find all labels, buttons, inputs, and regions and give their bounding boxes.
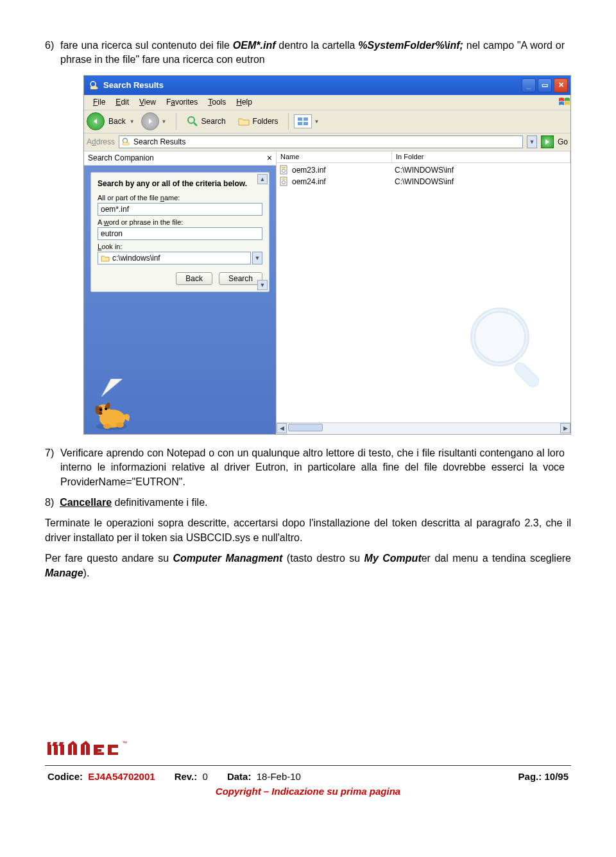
back-label: Back (108, 117, 126, 126)
panel-back-button[interactable]: Back (176, 272, 212, 285)
svg-text:™: ™ (122, 741, 127, 746)
windows-flag-icon (552, 96, 567, 108)
svg-point-18 (116, 422, 124, 428)
address-dropdown[interactable]: ▼ (527, 135, 537, 148)
svg-point-0 (90, 82, 96, 87)
terminate-paragraph-2: Per fare questo andare su Computer Manag… (45, 551, 571, 580)
address-field[interactable]: Search Results (119, 135, 523, 148)
back-dropdown[interactable]: ▼ (130, 119, 135, 125)
list-item-8: 8) Cancellare definitivamente i file. (60, 496, 571, 510)
filename-label: All or part of the file name: (98, 194, 262, 202)
views-dropdown[interactable]: ▼ (314, 119, 320, 125)
menu-bar: File Edit View Favorites Tools Help (84, 95, 570, 110)
forward-button[interactable] (141, 112, 159, 130)
list-header: Name In Folder (277, 151, 570, 163)
scroll-right-button[interactable]: ▶ (560, 423, 570, 433)
menu-favorites[interactable]: Favorites (161, 98, 203, 107)
svg-rect-38 (86, 745, 90, 755)
address-bar: Address Search Results ▼ Go (84, 134, 570, 151)
menu-tools[interactable]: Tools (203, 98, 231, 107)
col-folder-header[interactable]: In Folder (392, 151, 570, 162)
phrase-label: A word or phrase in the file: (98, 218, 262, 226)
svg-rect-5 (298, 117, 302, 121)
maximize-button[interactable]: ▭ (538, 78, 552, 92)
svg-rect-37 (81, 745, 85, 755)
scroll-thumb[interactable] (288, 424, 323, 431)
close-button[interactable]: ✕ (554, 78, 568, 92)
address-label: Address (87, 137, 115, 146)
panel-heading: Search by any or all of the criteria bel… (98, 179, 262, 189)
companion-close-button[interactable]: × (267, 153, 272, 163)
panel-scroll-down[interactable]: ▼ (257, 280, 268, 290)
back-button[interactable] (87, 112, 105, 130)
svg-rect-36 (73, 745, 77, 755)
svg-point-3 (188, 117, 194, 123)
menu-view[interactable]: View (134, 98, 161, 107)
search-panel: ▲ ▼ Search by any or all of the criteria… (90, 172, 270, 293)
list-item-7: 7) Verificare aprendo con Notepad o con … (60, 446, 571, 489)
svg-rect-33 (60, 745, 64, 755)
logo: ™ (47, 741, 571, 761)
lookin-field[interactable]: c:\windows\inf (98, 252, 251, 264)
companion-header: Search Companion × (84, 151, 276, 166)
inf-file-icon (279, 177, 289, 187)
svg-rect-40 (94, 745, 104, 748)
folders-tool[interactable]: Folders (233, 113, 283, 130)
svg-point-16 (105, 408, 107, 410)
go-button[interactable] (541, 135, 554, 148)
window-titlebar: Search Results _ ▭ ✕ (84, 76, 570, 95)
svg-rect-31 (54, 745, 58, 755)
search-results-icon (89, 80, 99, 91)
minimize-button[interactable]: _ (522, 78, 536, 92)
screenshot-window: Search Results _ ▭ ✕ File Edit View Favo… (83, 75, 571, 435)
svg-rect-21 (282, 167, 286, 168)
footer-divider (45, 765, 571, 766)
copyright-line: Copyright – Indicazione su prima pagina (45, 786, 571, 797)
svg-rect-35 (68, 745, 72, 755)
svg-rect-29 (47, 745, 51, 755)
menu-edit[interactable]: Edit (110, 98, 134, 107)
go-label: Go (558, 137, 568, 146)
svg-rect-7 (298, 122, 302, 125)
menu-file[interactable]: File (88, 98, 110, 107)
lookin-label: Look in: (98, 243, 262, 250)
svg-rect-20 (280, 166, 287, 174)
svg-line-4 (194, 123, 197, 126)
svg-rect-23 (280, 177, 287, 186)
search-icon (186, 115, 199, 128)
svg-rect-42 (94, 752, 104, 755)
list-item-6: 6) fare una ricerca sul contenuto dei fi… (60, 39, 571, 67)
filename-input[interactable] (98, 203, 262, 216)
views-button[interactable] (294, 114, 312, 128)
terminate-paragraph-1: Terminate le operazioni sopra descritte,… (45, 516, 571, 545)
svg-rect-6 (304, 117, 308, 121)
toolbar: Back ▼ ▼ Search Folders (84, 110, 570, 134)
svg-rect-8 (304, 122, 308, 125)
svg-point-19 (103, 424, 111, 429)
panel-scroll-up[interactable]: ▲ (257, 174, 268, 184)
panel-search-button[interactable]: Search (219, 272, 262, 285)
window-title: Search Results (103, 80, 520, 90)
svg-rect-45 (108, 752, 118, 755)
horizontal-scrollbar[interactable]: ◀ ▶ (277, 422, 570, 434)
svg-rect-28 (512, 360, 541, 389)
svg-point-15 (99, 408, 102, 411)
svg-rect-11 (123, 143, 129, 145)
svg-point-9 (123, 139, 128, 143)
scroll-left-button[interactable]: ◀ (277, 423, 287, 433)
file-row[interactable]: oem23.inf C:\WINDOWS\inf (279, 164, 568, 176)
inf-file-icon (279, 165, 289, 175)
col-name-header[interactable]: Name (277, 151, 392, 162)
magnifier-watermark-icon (461, 299, 558, 397)
svg-rect-24 (282, 178, 286, 180)
phrase-input[interactable] (98, 227, 262, 240)
menu-help[interactable]: Help (231, 98, 257, 107)
lookin-dropdown[interactable]: ▼ (252, 252, 262, 264)
svg-rect-41 (94, 749, 101, 752)
search-tool[interactable]: Search (182, 113, 230, 130)
search-dog-icon (89, 393, 134, 431)
svg-rect-44 (108, 745, 118, 748)
forward-dropdown[interactable]: ▼ (162, 119, 167, 125)
svg-point-17 (99, 412, 103, 415)
file-row[interactable]: oem24.inf C:\WINDOWS\inf (279, 176, 568, 187)
